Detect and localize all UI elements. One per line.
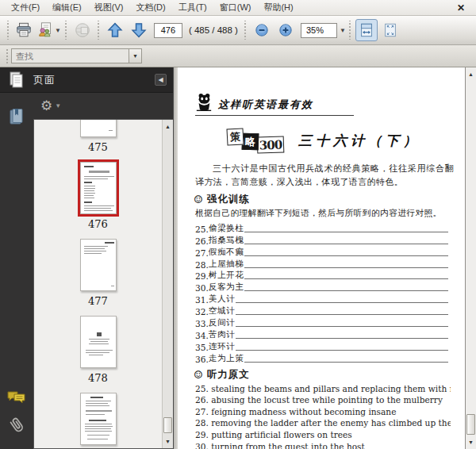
transcript-item: 29. putting artificial flowers on trees: [195, 430, 451, 442]
findbar-grip: [5, 48, 9, 64]
section2-title: 听力原文: [207, 368, 250, 382]
collaborate-caret-icon: ▼: [55, 27, 61, 34]
close-icon[interactable]: ✕: [451, 2, 471, 13]
scrollbar-thumb[interactable]: [466, 414, 475, 435]
phrase-item: 29.树上开花: [195, 270, 451, 282]
thumbnail-475[interactable]: 475: [34, 120, 162, 162]
fit-width-icon: [359, 22, 374, 38]
plus-circle-icon: [278, 23, 293, 37]
next-page-button[interactable]: [128, 19, 150, 41]
search-input[interactable]: [11, 48, 129, 63]
badge-char-2: 略: [242, 133, 259, 151]
fit-width-button[interactable]: [355, 19, 378, 41]
thumbnail-478[interactable]: 478: [34, 316, 162, 393]
menu-help[interactable]: 帮助(H): [257, 0, 299, 15]
menu-window[interactable]: 窗口(W): [213, 0, 258, 15]
phrase-item: 35.连环计: [195, 340, 451, 352]
zoom-in-button[interactable]: [274, 19, 297, 41]
pages-panel: ⚙ ▼ 475: [33, 93, 173, 449]
globe-icon: [74, 21, 91, 39]
thumbnail-page-image: [80, 393, 117, 445]
bookmarks-tab[interactable]: [7, 107, 26, 126]
thumbnail-page-image: [80, 316, 117, 368]
section1-header: ☺ 强化训练: [194, 193, 457, 206]
phrase-item: 31.美人计: [195, 293, 451, 305]
zoom-caret-icon[interactable]: ▼: [340, 27, 346, 34]
panda-logo-icon: [195, 93, 213, 112]
phrase-item: 30.反客为主: [195, 281, 451, 293]
document-viewer: 这样听英语最有效 策 略 300 三十六计（下） 三十六计是中国古代用兵战术的经…: [178, 67, 476, 449]
arrow-down-icon: [130, 21, 148, 39]
zoom-level-input[interactable]: [301, 23, 337, 38]
transcript-item: 25. stealing the beams and pillars and r…: [195, 384, 451, 396]
menu-bar: 文件(F) 编辑(E) 视图(V) 文档(D) 工具(T) 窗口(W) 帮助(H…: [0, 0, 476, 16]
previous-page-button[interactable]: [104, 19, 126, 41]
phrase-item: 33.反间计: [195, 317, 451, 328]
thumbnail-options[interactable]: ⚙ ▼: [33, 93, 173, 119]
lesson-title-row: 策 略 300 三十六计（下）: [190, 129, 457, 153]
thumbnail-476-selected[interactable]: 476: [34, 162, 162, 239]
share-button[interactable]: [71, 19, 94, 41]
book-brand: 这样听英语最有效: [195, 93, 354, 116]
answer-blank: [244, 362, 448, 363]
lesson-title: 三十六计（下）: [298, 132, 420, 150]
comments-icon: [6, 389, 27, 406]
scroll-down-icon[interactable]: ▼: [163, 436, 173, 447]
toolbar-grip: [6, 21, 10, 40]
phrase-item: 27.假痴不癫: [195, 246, 451, 258]
badge-number: 300: [257, 136, 285, 153]
gear-icon: ⚙: [40, 99, 52, 113]
scroll-down-icon[interactable]: ▼: [466, 437, 476, 447]
collaborate-button[interactable]: ▼: [36, 19, 61, 41]
thumbnail-scrollbar[interactable]: ▲ ▼: [162, 120, 173, 448]
menu-document[interactable]: 文档(D): [129, 0, 171, 15]
page-number-input[interactable]: [154, 23, 182, 38]
toolbar-grip: [97, 21, 101, 40]
answer-blank: [236, 302, 448, 303]
phrase-item: 28.上屋抽梯: [195, 258, 451, 270]
thumbnail-477[interactable]: 477: [34, 239, 162, 316]
toolbar-grip: [64, 21, 68, 40]
scroll-up-icon[interactable]: ▲: [163, 121, 173, 132]
menu-file[interactable]: 文件(F): [5, 0, 46, 15]
menu-tools[interactable]: 工具(T): [172, 0, 213, 15]
attachments-tab[interactable]: [7, 416, 26, 436]
scrollbar-thumb[interactable]: [163, 417, 172, 433]
zoom-out-button[interactable]: [251, 19, 273, 41]
answer-blank: [244, 255, 448, 256]
pdf-page: 这样听英语最有效 策 略 300 三十六计（下） 三十六计是中国古代用兵战术的经…: [178, 67, 465, 449]
pages-icon: [8, 71, 25, 90]
fit-page-button[interactable]: [379, 19, 401, 41]
menu-view[interactable]: 视图(V): [88, 0, 130, 15]
phrase-item: 32.空城计: [195, 305, 451, 317]
printer-icon: [15, 21, 33, 39]
transcript-item: 26. abusing the locust tree while pointi…: [195, 395, 451, 407]
lesson-intro: 三十六计是中国古代用兵战术的经典策略，往往采用综合翻译方法，言简意赅，深入浅出，…: [195, 163, 454, 189]
transcript-item: 27. feigning madness without becoming in…: [195, 407, 451, 419]
smiley-icon: ☺: [194, 194, 203, 205]
print-button[interactable]: [13, 19, 35, 41]
strategy-300-badge: 策 略 300: [227, 129, 284, 153]
thumbnail-label: 478: [88, 372, 108, 384]
section1-instruction: 根据自己的理解翻译下列短语，然后与所听到的内容进行对照。: [195, 208, 457, 219]
bookmarks-icon: [7, 107, 26, 126]
phrase-item: 26.指桑骂槐: [195, 234, 451, 246]
collapse-panel-icon[interactable]: ◀: [155, 74, 167, 86]
comments-tab[interactable]: [6, 389, 27, 406]
scroll-up-icon[interactable]: ▲: [466, 69, 476, 79]
pages-panel-title: 页面: [33, 73, 56, 87]
thumbnail-list: 475: [33, 119, 173, 449]
thumbnail-label: 475: [88, 141, 108, 153]
search-options-caret-icon[interactable]: ▼: [129, 48, 142, 63]
thumbnail-label: 477: [88, 295, 108, 307]
toolbar-grip: [244, 21, 248, 40]
answer-blank: [236, 314, 448, 315]
thumbnail-479[interactable]: 479: [34, 393, 162, 448]
phrase-item: 36.走为上策: [195, 352, 451, 364]
menu-edit[interactable]: 编辑(E): [46, 0, 88, 15]
pages-panel-header: 页面 ◀: [0, 67, 173, 93]
transcript-list: 25. stealing the beams and pillars and r…: [195, 384, 451, 449]
document-scrollbar[interactable]: ▲ ▼: [465, 67, 476, 449]
section2-header: ☺ 听力原文: [194, 368, 457, 382]
thumbnail-page-image: [80, 162, 117, 214]
